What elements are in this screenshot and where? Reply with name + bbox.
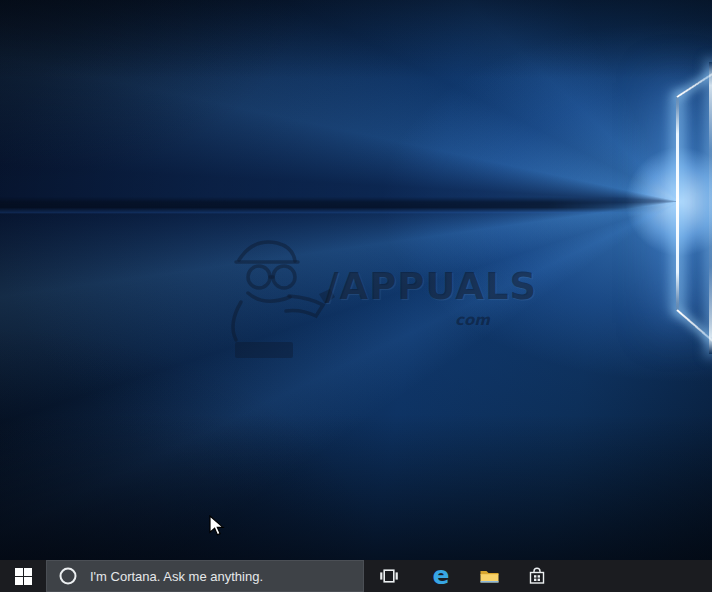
watermark-title: /APPUALS — [325, 265, 537, 308]
edge-icon: e — [433, 563, 450, 588]
appuals-watermark: /APPUALS com — [200, 225, 530, 375]
desktop: /APPUALS com I'm Cortana. Ask me anythin… — [0, 0, 712, 592]
store-button[interactable] — [515, 560, 559, 592]
edge-button[interactable]: e — [419, 560, 463, 592]
mouse-cursor — [209, 515, 225, 537]
task-view-button[interactable] — [367, 560, 411, 592]
store-icon — [527, 566, 547, 586]
search-placeholder-text: I'm Cortana. Ask me anything. — [90, 569, 263, 584]
mascot-illustration — [205, 230, 335, 370]
watermark-domain: com — [455, 311, 490, 329]
cortana-search-box[interactable]: I'm Cortana. Ask me anything. — [46, 560, 364, 592]
task-view-icon — [379, 566, 399, 586]
windows-logo-icon — [15, 568, 32, 585]
wallpaper: /APPUALS com — [0, 0, 712, 560]
folder-icon — [479, 566, 500, 586]
cortana-ring-icon — [58, 566, 78, 586]
taskbar: I'm Cortana. Ask me anything. e — [0, 560, 712, 592]
window-glow-left-edge — [676, 95, 679, 311]
start-button[interactable] — [0, 560, 46, 592]
file-explorer-button[interactable] — [467, 560, 511, 592]
